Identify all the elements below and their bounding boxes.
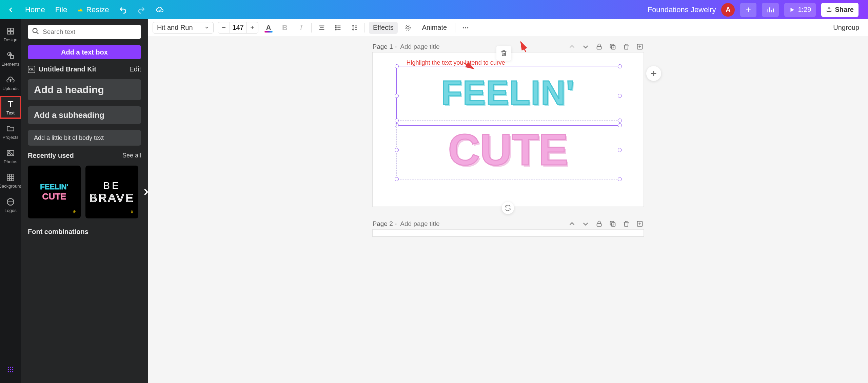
text-feelin[interactable]: FEELIN'	[397, 67, 619, 125]
rail-label: Background	[0, 184, 22, 189]
font-combinations-title: Font combinations	[28, 228, 88, 236]
svg-point-15	[12, 369, 14, 370]
add-element-button[interactable]	[646, 66, 661, 81]
font-size-input[interactable]	[230, 22, 246, 33]
svg-rect-2	[7, 31, 10, 34]
rail-uploads[interactable]: Uploads	[0, 71, 21, 94]
animate-button[interactable]: Animate	[418, 22, 451, 34]
rail-projects[interactable]: Projects	[0, 120, 21, 143]
resize-handle[interactable]	[395, 119, 399, 123]
resize-handle[interactable]	[395, 94, 399, 98]
page-down-button[interactable]	[582, 43, 589, 50]
share-button[interactable]: Share	[821, 3, 859, 17]
rail-apps[interactable]	[0, 363, 21, 376]
rail-label: Projects	[3, 135, 19, 140]
rail-photos[interactable]: Photos	[0, 145, 21, 168]
delete-page-button[interactable]	[623, 220, 630, 228]
edit-brand-kit-link[interactable]: Edit	[130, 65, 141, 73]
effects-button[interactable]: Effects	[369, 22, 398, 34]
italic-button[interactable]: I	[295, 22, 307, 34]
align-button[interactable]	[316, 22, 328, 34]
page-2-canvas[interactable]	[373, 230, 644, 236]
cloud-sync-icon[interactable]	[156, 6, 164, 14]
animate-icon	[402, 22, 414, 34]
resize-button[interactable]: Resize	[77, 5, 109, 14]
recently-used-title: Recently used	[28, 152, 74, 159]
avatar[interactable]: A	[721, 3, 735, 17]
analytics-button[interactable]	[762, 3, 779, 17]
resize-handle[interactable]	[618, 64, 622, 68]
text-color-button[interactable]: A	[262, 22, 275, 34]
page-2-title-input[interactable]	[400, 220, 565, 228]
delete-element-button[interactable]	[496, 46, 511, 61]
recent-2-text-line1: BE	[103, 180, 121, 191]
resize-handle[interactable]	[618, 148, 622, 152]
text-box-cute[interactable]: CUTE	[396, 120, 620, 179]
rail-background[interactable]: Background	[0, 169, 21, 192]
search-input-wrap	[28, 25, 141, 39]
resize-handle[interactable]	[395, 148, 399, 152]
resize-handle[interactable]	[395, 177, 399, 181]
file-button[interactable]: File	[55, 5, 67, 14]
lock-button[interactable]	[595, 220, 603, 228]
page-down-button[interactable]	[582, 220, 589, 228]
recent-2-text-line2: BRAVE	[90, 191, 135, 205]
search-input[interactable]	[43, 28, 137, 36]
duplicate-button[interactable]	[609, 220, 616, 228]
recent-1-text-line1: FEELIN'	[40, 183, 68, 191]
search-icon	[32, 27, 39, 36]
add-subheading-button[interactable]: Add a subheading	[28, 106, 141, 124]
rail-elements[interactable]: Elements	[0, 47, 21, 70]
spacing-button[interactable]	[348, 22, 360, 34]
elements-icon	[6, 51, 15, 60]
text-cute[interactable]: CUTE	[397, 121, 619, 178]
resize-handle[interactable]	[618, 119, 622, 123]
bold-button[interactable]: B	[279, 22, 291, 34]
font-size-decrease[interactable]: −	[218, 22, 230, 33]
uploads-icon	[6, 75, 15, 85]
brand-kit-name: Untitled Brand Kit	[39, 65, 96, 73]
resize-handle[interactable]	[618, 94, 622, 98]
undo-icon[interactable]	[119, 6, 127, 14]
add-text-box-button[interactable]: Add a text box	[28, 45, 141, 59]
play-button[interactable]: 1:29	[784, 3, 816, 17]
add-body-text-button[interactable]: Add a little bit of body text	[28, 130, 141, 146]
page-up-button[interactable]	[568, 43, 576, 50]
page-1-title-input[interactable]	[400, 43, 565, 50]
ungroup-button[interactable]: Ungroup	[829, 22, 863, 34]
duplicate-button[interactable]	[609, 43, 616, 50]
home-button[interactable]: Home	[25, 5, 45, 14]
list-button[interactable]	[332, 22, 344, 34]
recent-template-1[interactable]: FEELIN' CUTE ♛	[28, 166, 81, 218]
page-1-canvas[interactable]: Highlight the text you intend to curve	[373, 52, 644, 207]
add-page-button[interactable]	[636, 43, 644, 50]
editor-toolbar: Hit and Run − + A B I	[148, 19, 868, 36]
text-box-feelin-selected[interactable]: FEELIN'	[396, 66, 620, 126]
rail-label: Elements	[1, 62, 20, 67]
add-page-button[interactable]	[636, 220, 644, 228]
svg-point-24	[407, 26, 409, 29]
resize-handle[interactable]	[395, 64, 399, 68]
more-button[interactable]	[459, 22, 472, 34]
font-size-increase[interactable]: +	[246, 22, 258, 33]
font-select[interactable]: Hit and Run	[153, 22, 214, 34]
top-bar: Home File Resize Foundations Jewelry A	[0, 0, 868, 19]
rail-text[interactable]: Text	[0, 96, 21, 119]
add-member-button[interactable]	[740, 3, 756, 17]
recent-1-text-line2: CUTE	[42, 191, 66, 202]
rail-logos[interactable]: Logos	[0, 193, 21, 216]
resize-handle[interactable]	[618, 177, 622, 181]
delete-page-button[interactable]	[623, 43, 630, 50]
document-title[interactable]: Foundations Jewelry	[648, 5, 716, 14]
side-rail: Design Elements Uploads Text Projects Ph…	[0, 19, 21, 383]
recent-template-2[interactable]: BE BRAVE ♛	[85, 166, 138, 218]
redo-icon[interactable]	[137, 6, 145, 14]
back-icon[interactable]	[7, 6, 15, 14]
svg-point-27	[467, 27, 469, 28]
page-up-button[interactable]	[568, 220, 576, 228]
see-all-link[interactable]: See all	[122, 152, 141, 159]
add-heading-button[interactable]: Add a heading	[28, 79, 141, 100]
lock-button[interactable]	[595, 43, 603, 50]
rail-design[interactable]: Design	[0, 23, 21, 46]
sync-button[interactable]	[502, 202, 514, 214]
